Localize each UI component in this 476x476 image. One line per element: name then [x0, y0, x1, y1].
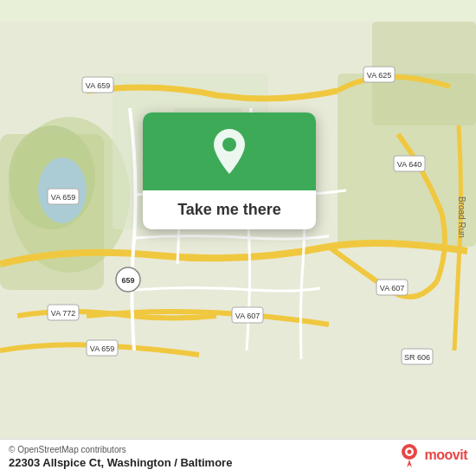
popup-card: Take me there	[143, 113, 316, 229]
svg-text:Broad Run: Broad Run	[457, 196, 466, 238]
moovit-logo: moovit	[397, 443, 467, 467]
svg-text:VA 659: VA 659	[51, 193, 75, 202]
svg-text:VA 625: VA 625	[367, 71, 391, 80]
moovit-text: moovit	[425, 447, 467, 463]
svg-text:SR 606: SR 606	[404, 353, 430, 362]
popup-top	[143, 113, 316, 190]
svg-text:VA 659: VA 659	[86, 81, 110, 90]
moovit-icon	[397, 443, 421, 467]
take-me-there-button[interactable]: Take me there	[157, 201, 302, 219]
svg-text:VA 640: VA 640	[397, 160, 421, 169]
svg-text:VA 659: VA 659	[90, 344, 114, 353]
svg-point-34	[407, 450, 411, 454]
svg-text:VA 607: VA 607	[380, 284, 404, 293]
location-pin-icon	[210, 127, 248, 176]
svg-text:VA 772: VA 772	[51, 309, 75, 318]
popup-bottom: Take me there	[143, 190, 316, 229]
svg-point-31	[222, 138, 236, 151]
map-container: VA 659 VA 625 VA 640 VA 659 659 VA 607 V…	[0, 0, 476, 476]
map-background: VA 659 VA 625 VA 640 VA 659 659 VA 607 V…	[0, 0, 476, 476]
svg-text:659: 659	[121, 276, 134, 285]
svg-text:VA 607: VA 607	[235, 312, 260, 320]
